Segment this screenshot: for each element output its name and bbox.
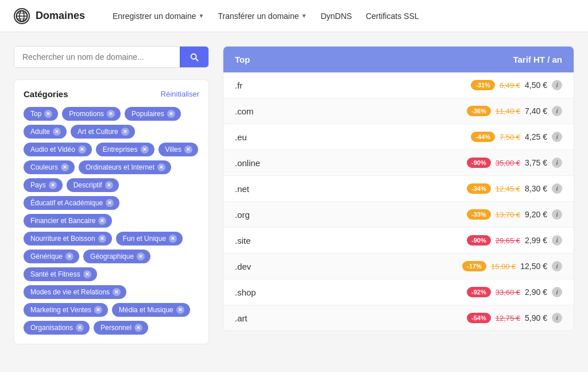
tag-remove-icon[interactable]: ✕ xyxy=(78,145,86,154)
category-tag[interactable]: Adulte✕ xyxy=(24,125,67,139)
search-button[interactable] xyxy=(180,47,208,67)
table-rows: .fr -31% 6,49 € 4,50 € i .com -36% 11,40… xyxy=(223,72,574,331)
tag-remove-icon[interactable]: ✕ xyxy=(65,252,74,260)
tag-remove-icon[interactable]: ✕ xyxy=(134,324,142,332)
table-row: .art -54% 12,75 € 5,90 € i xyxy=(223,305,574,331)
tag-remove-icon[interactable]: ✕ xyxy=(121,128,129,136)
tag-remove-icon[interactable]: ✕ xyxy=(137,252,145,260)
tag-label: Promotions xyxy=(69,110,104,118)
reset-button[interactable]: Réinitialiser xyxy=(161,90,199,98)
tag-label: Marketing et Ventes xyxy=(30,306,91,314)
tag-remove-icon[interactable]: ✕ xyxy=(169,235,177,243)
original-price: 6,49 € xyxy=(500,81,520,90)
tag-label: Couleurs xyxy=(30,163,58,171)
domain-name: .com xyxy=(235,106,254,116)
info-icon[interactable]: i xyxy=(552,183,562,194)
category-tag[interactable]: Géographique✕ xyxy=(83,250,150,263)
tag-label: Nourriture et Boisson xyxy=(30,235,95,243)
category-tag[interactable]: Fun et Unique✕ xyxy=(116,232,183,246)
table-header: Top Tarif HT / an xyxy=(223,47,574,72)
nav-item[interactable]: Certificats SSL xyxy=(366,11,419,21)
tag-label: Art et Culture xyxy=(78,128,118,136)
original-price: 7,50 € xyxy=(500,133,520,141)
category-tag[interactable]: Générique✕ xyxy=(24,250,79,263)
domain-name: .online xyxy=(235,158,260,168)
tag-remove-icon[interactable]: ✕ xyxy=(141,145,149,154)
tag-remove-icon[interactable]: ✕ xyxy=(105,181,113,189)
category-tag[interactable]: Modes de vie et Relations✕ xyxy=(24,285,126,299)
tag-remove-icon[interactable]: ✕ xyxy=(94,306,102,314)
tag-remove-icon[interactable]: ✕ xyxy=(98,235,106,243)
current-price: 2,90 € xyxy=(525,287,547,297)
category-tag[interactable]: Santé et Fitness✕ xyxy=(24,267,97,281)
tag-label: Top xyxy=(30,110,41,118)
category-tag[interactable]: Villes✕ xyxy=(158,143,198,156)
nav-item[interactable]: Transférer un domaine▼ xyxy=(218,11,307,21)
category-tag[interactable]: Couleurs✕ xyxy=(24,160,75,174)
tag-label: Géographique xyxy=(90,252,134,260)
category-tag[interactable]: Financier et Bancaire✕ xyxy=(24,214,112,228)
discount-badge: -90% xyxy=(467,235,491,246)
category-tag[interactable]: Éducatif et Académique✕ xyxy=(24,196,119,210)
table-row: .fr -31% 6,49 € 4,50 € i xyxy=(223,72,574,98)
nav-item[interactable]: Enregistrer un domaine▼ xyxy=(113,11,204,21)
logo: Domaines xyxy=(14,8,94,24)
original-price: 15,00 € xyxy=(491,262,516,271)
category-tag[interactable]: Descriptif✕ xyxy=(67,178,119,192)
category-tag[interactable]: Top✕ xyxy=(24,107,58,121)
info-icon[interactable]: i xyxy=(552,209,562,220)
search-input[interactable] xyxy=(14,47,180,67)
nav-item[interactable]: DynDNS xyxy=(320,11,351,21)
info-icon[interactable]: i xyxy=(552,158,562,168)
price-area: -36% 11,40 € 7,40 € i xyxy=(467,106,562,116)
category-tag[interactable]: Entreprises✕ xyxy=(96,143,154,156)
tag-remove-icon[interactable]: ✕ xyxy=(176,306,184,314)
price-area: -33% 13,70 € 9,20 € i xyxy=(467,209,562,220)
info-icon[interactable]: i xyxy=(552,132,562,142)
category-tag[interactable]: Personnel✕ xyxy=(94,321,148,335)
info-icon[interactable]: i xyxy=(552,106,562,116)
tag-label: Populaires xyxy=(131,110,164,118)
category-tag[interactable]: Populaires✕ xyxy=(125,107,181,121)
header: Domaines Enregistrer un domaine▼Transfér… xyxy=(0,0,588,32)
tag-remove-icon[interactable]: ✕ xyxy=(167,110,175,118)
tag-label: Financier et Bancaire xyxy=(30,217,95,225)
table-row: .shop -92% 33,60 € 2,90 € i xyxy=(223,279,574,305)
tag-remove-icon[interactable]: ✕ xyxy=(107,110,115,118)
info-icon[interactable]: i xyxy=(552,235,562,246)
tag-remove-icon[interactable]: ✕ xyxy=(106,199,114,207)
tag-remove-icon[interactable]: ✕ xyxy=(98,217,106,225)
category-tag[interactable]: Audio et Vidéo✕ xyxy=(24,143,92,156)
category-tag[interactable]: Marketing et Ventes✕ xyxy=(24,303,108,317)
category-tag[interactable]: Pays✕ xyxy=(24,178,63,192)
tag-remove-icon[interactable]: ✕ xyxy=(83,270,91,278)
category-tag[interactable]: Art et Culture✕ xyxy=(71,125,135,139)
tag-label: Audio et Vidéo xyxy=(30,145,75,154)
original-price: 33,60 € xyxy=(496,288,520,297)
info-icon[interactable]: i xyxy=(552,313,562,323)
price-area: -54% 12,75 € 5,90 € i xyxy=(467,313,562,323)
tag-remove-icon[interactable]: ✕ xyxy=(61,163,69,171)
tag-remove-icon[interactable]: ✕ xyxy=(76,324,84,332)
tag-remove-icon[interactable]: ✕ xyxy=(53,128,61,136)
category-tag[interactable]: Ordinateurs et Internet✕ xyxy=(79,160,171,174)
domain-table: Top Tarif HT / an .fr -31% 6,49 € 4,50 €… xyxy=(223,46,574,331)
tag-remove-icon[interactable]: ✕ xyxy=(49,181,57,189)
current-price: 5,90 € xyxy=(525,313,547,323)
tag-remove-icon[interactable]: ✕ xyxy=(184,145,192,154)
tag-remove-icon[interactable]: ✕ xyxy=(157,163,165,171)
info-icon[interactable]: i xyxy=(552,261,562,271)
category-tag[interactable]: Organisations✕ xyxy=(24,321,90,335)
discount-badge: -92% xyxy=(467,287,491,297)
table-row: .org -33% 13,70 € 9,20 € i xyxy=(223,202,574,228)
tag-remove-icon[interactable]: ✕ xyxy=(113,288,121,296)
tag-remove-icon[interactable]: ✕ xyxy=(44,110,52,118)
category-tag[interactable]: Nourriture et Boisson✕ xyxy=(24,232,112,246)
category-tag[interactable]: Promotions✕ xyxy=(62,107,121,121)
info-icon[interactable]: i xyxy=(552,287,562,297)
discount-badge: -17% xyxy=(462,261,486,271)
tag-label: Fun et Unique xyxy=(123,235,166,243)
table-row: .site -90% 29,65 € 2,99 € i xyxy=(223,228,574,254)
info-icon[interactable]: i xyxy=(552,80,562,90)
category-tag[interactable]: Média et Musique✕ xyxy=(112,303,190,317)
